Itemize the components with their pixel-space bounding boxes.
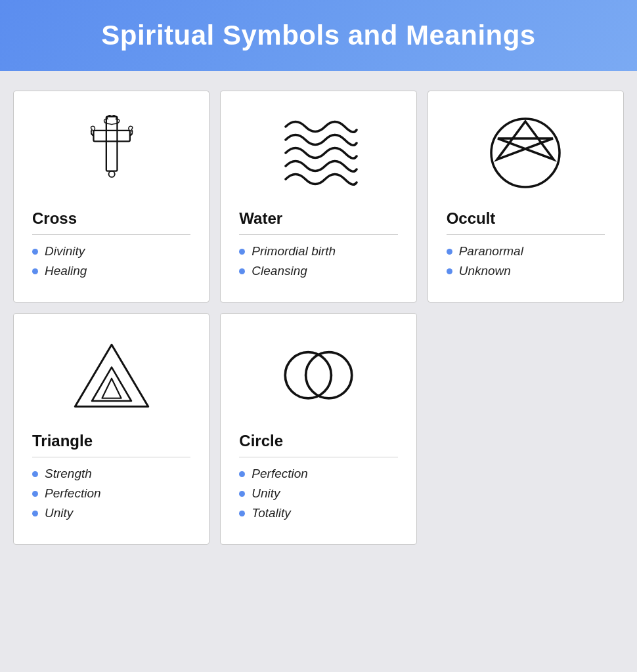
circle-icon [279,342,358,409]
card-circle: Circle Perfection Unity Totality [220,313,416,545]
svg-point-9 [306,352,352,398]
cross-meanings: Divinity Healing [32,244,190,278]
card-water: Water Primordial birth Cleansing [220,91,416,303]
svg-rect-1 [93,131,129,142]
occult-symbol-area [447,107,605,199]
water-divider [239,234,397,235]
svg-marker-7 [102,378,121,398]
cross-meaning-2: Healing [32,264,190,278]
circle-name: Circle [239,432,397,450]
circle-meaning-1: Perfection [239,467,397,481]
triangle-name: Triangle [32,432,190,450]
svg-marker-5 [75,345,148,406]
water-symbol-area [239,107,397,199]
cross-name: Cross [32,209,190,228]
water-name: Water [239,209,397,228]
circle-divider [239,457,397,457]
cross-divider [32,234,190,235]
symbols-grid: Cross Divinity Healing Water [0,71,637,564]
svg-marker-4 [497,121,554,159]
triangle-meaning-2: Perfection [32,486,190,501]
page-title: Spiritual Symbols and Meanings [13,20,624,51]
card-triangle: Triangle Strength Perfection Unity [13,313,209,545]
svg-marker-6 [92,367,131,400]
cross-meaning-1: Divinity [32,244,190,259]
occult-name: Occult [447,209,605,228]
card-cross: Cross Divinity Healing [13,91,209,303]
circle-meaning-3: Totality [239,506,397,520]
circle-meanings: Perfection Unity Totality [239,467,397,520]
occult-meaning-1: Paranormal [447,244,605,259]
triangle-icon [72,342,151,410]
occult-divider [447,234,605,235]
water-icon [279,117,358,189]
circle-symbol-area [239,329,397,421]
circle-meaning-2: Unity [239,486,397,501]
triangle-meaning-1: Strength [32,467,190,481]
triangle-meanings: Strength Perfection Unity [32,467,190,520]
water-meaning-2: Cleansing [239,264,397,278]
svg-point-8 [285,352,331,398]
occult-meanings: Paranormal Unknown [447,244,605,278]
triangle-symbol-area [32,329,190,421]
triangle-meaning-3: Unity [32,506,190,520]
triangle-divider [32,457,190,457]
cross-icon [81,114,142,192]
card-occult: Occult Paranormal Unknown [428,91,624,303]
page-header: Spiritual Symbols and Meanings [0,0,637,71]
water-meaning-1: Primordial birth [239,244,397,259]
occult-icon [486,114,565,192]
occult-meaning-2: Unknown [447,264,605,278]
cross-symbol-area [32,107,190,199]
water-meanings: Primordial birth Cleansing [239,244,397,278]
svg-point-2 [108,171,114,177]
